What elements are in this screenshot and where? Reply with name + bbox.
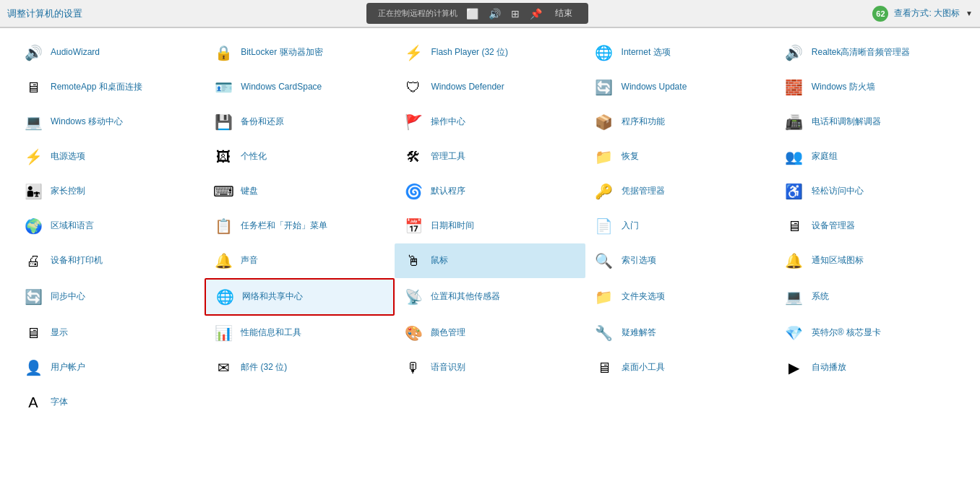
defender-icon: 🛡 — [402, 76, 425, 99]
item-notification-icons[interactable]: 🔔通知区域图标 — [775, 243, 966, 278]
mouse-label: 鼠标 — [431, 255, 448, 267]
item-phone-modem[interactable]: 📠电话和调制解调器 — [775, 105, 966, 139]
item-recovery[interactable]: 📁恢复 — [585, 139, 775, 174]
item-firewall[interactable]: 🧱Windows 防火墙 — [775, 70, 966, 105]
item-keyboard[interactable]: ⌨键盘 — [205, 174, 395, 209]
item-parental[interactable]: 👨‍👧家长控制 — [14, 174, 205, 209]
mobility-icon: 💻 — [22, 111, 45, 134]
search-label: 索引选项 — [622, 255, 656, 267]
item-windows-update[interactable]: 🔄Windows Update — [585, 70, 775, 105]
item-sync[interactable]: 🔄同步中心 — [14, 278, 205, 316]
item-desktop-gadgets[interactable]: 🖥桌面小工具 — [585, 350, 775, 385]
item-credential-manager[interactable]: 🔑凭据管理器 — [585, 174, 775, 209]
item-audiowizard[interactable]: 🔊AudioWizard — [14, 35, 205, 70]
item-homegroup[interactable]: 👥家庭组 — [775, 139, 966, 174]
item-backup[interactable]: 💾备份和还原 — [205, 105, 395, 139]
bitlocker-icon: 🔒 — [212, 41, 235, 64]
item-device-manager[interactable]: 🖥设备管理器 — [775, 209, 966, 243]
item-cardspace[interactable]: 🪪Windows CardSpace — [205, 70, 395, 105]
item-internet-options[interactable]: 🌐Internet 选项 — [585, 35, 775, 70]
item-flashplayer[interactable]: ⚡Flash Player (32 位) — [395, 35, 585, 70]
item-mobility[interactable]: 💻Windows 移动中心 — [14, 105, 205, 139]
control-icons: ⬜ 🔊 ⊞ 📌 — [466, 8, 542, 20]
windows-update-label: Windows Update — [622, 82, 687, 93]
display-label: 显示 — [51, 327, 68, 339]
remoteapp-icon: 🖥 — [22, 76, 45, 99]
item-color-mgmt[interactable]: 🎨颜色管理 — [395, 316, 585, 350]
item-bitlocker[interactable]: 🔒BitLocker 驱动器加密 — [205, 35, 395, 70]
item-programs[interactable]: 📦程序和功能 — [585, 105, 775, 139]
end-button[interactable]: 结束 — [551, 6, 577, 21]
item-taskbar-start[interactable]: 📋任务栏和「开始」菜单 — [205, 209, 395, 243]
control-panel-content: 🔊AudioWizard🔒BitLocker 驱动器加密⚡Flash Playe… — [0, 28, 980, 497]
item-display[interactable]: 🖥显示 — [14, 316, 205, 350]
item-personalize[interactable]: 🖼个性化 — [205, 139, 395, 174]
item-font[interactable]: A字体 — [14, 385, 205, 420]
user-accounts-label: 用户帐户 — [51, 362, 85, 373]
internet-options-icon: 🌐 — [593, 41, 616, 64]
getting-started-label: 入门 — [622, 220, 639, 232]
item-action-center[interactable]: 🚩操作中心 — [395, 105, 585, 139]
device-manager-label: 设备管理器 — [812, 220, 855, 232]
backup-icon: 💾 — [212, 111, 235, 134]
item-ease-of-access[interactable]: ♿轻松访问中心 — [775, 174, 966, 209]
system-icon: 💻 — [783, 285, 806, 308]
mobility-label: Windows 移动中心 — [51, 116, 123, 128]
item-mouse[interactable]: 🖱鼠标 — [395, 243, 585, 278]
item-datetime[interactable]: 📅日期和时间 — [395, 209, 585, 243]
item-speech[interactable]: 🎙语音识别 — [395, 350, 585, 385]
audiowizard-icon: 🔊 — [22, 41, 45, 64]
programs-icon: 📦 — [593, 111, 616, 134]
item-location[interactable]: 📡位置和其他传感器 — [395, 278, 585, 316]
item-user-accounts[interactable]: 👤用户帐户 — [14, 350, 205, 385]
autoplay-icon: ▶ — [783, 356, 806, 379]
item-folder-options[interactable]: 📁文件夹选项 — [585, 278, 775, 316]
item-system[interactable]: 💻系统 — [775, 278, 966, 316]
fit-icon[interactable]: ⊞ — [511, 8, 520, 20]
homegroup-icon: 👥 — [783, 145, 806, 168]
keyboard-icon: ⌨ — [212, 180, 235, 203]
keyboard-label: 键盘 — [241, 186, 258, 197]
item-remoteapp[interactable]: 🖥RemoteApp 和桌面连接 — [14, 70, 205, 105]
item-getting-started[interactable]: 📄入门 — [585, 209, 775, 243]
dropdown-arrow[interactable]: ▼ — [966, 9, 973, 17]
item-search[interactable]: 🔍索引选项 — [585, 243, 775, 278]
action-center-label: 操作中心 — [431, 116, 465, 128]
volume-icon[interactable]: 🔊 — [489, 8, 501, 20]
programs-label: 程序和功能 — [622, 116, 665, 128]
item-autoplay[interactable]: ▶自动播放 — [775, 350, 966, 385]
item-mail[interactable]: ✉邮件 (32 位) — [205, 350, 395, 385]
personalize-icon: 🖼 — [212, 145, 235, 168]
item-default-programs[interactable]: 🌀默认程序 — [395, 174, 585, 209]
item-realtek[interactable]: 🔊Realtek高清晰音频管理器 — [775, 35, 966, 70]
performance-label: 性能信息和工具 — [241, 327, 301, 339]
item-devices[interactable]: 🖨设备和打印机 — [14, 243, 205, 278]
windows-update-icon: 🔄 — [593, 76, 616, 99]
item-region[interactable]: 🌍区域和语言 — [14, 209, 205, 243]
defender-label: Windows Defender — [431, 82, 504, 93]
phone-modem-label: 电话和调制解调器 — [812, 116, 881, 128]
item-intel-graphics[interactable]: 💎英特尔® 核芯显卡 — [775, 316, 966, 350]
ease-of-access-label: 轻松访问中心 — [812, 186, 864, 197]
sound-label: 声音 — [241, 255, 258, 267]
mail-icon: ✉ — [212, 356, 235, 379]
pin-icon[interactable]: 📌 — [530, 8, 542, 20]
action-center-icon: 🚩 — [402, 111, 425, 134]
item-defender[interactable]: 🛡Windows Defender — [395, 70, 585, 105]
audiowizard-label: AudioWizard — [51, 47, 100, 59]
intel-graphics-icon: 💎 — [783, 321, 806, 345]
screen-icon[interactable]: ⬜ — [466, 8, 478, 20]
search-icon: 🔍 — [593, 249, 616, 272]
recovery-icon: 📁 — [593, 145, 616, 168]
region-icon: 🌍 — [22, 215, 45, 238]
view-toggle[interactable]: 查看方式: 大图标 — [894, 7, 960, 20]
datetime-label: 日期和时间 — [431, 220, 474, 232]
item-power[interactable]: ⚡电源选项 — [14, 139, 205, 174]
item-network[interactable]: 🌐网络和共享中心 — [205, 278, 395, 316]
font-icon: A — [22, 391, 45, 414]
network-label: 网络和共享中心 — [242, 291, 303, 303]
item-performance[interactable]: 📊性能信息和工具 — [205, 316, 395, 350]
item-sound[interactable]: 🔔声音 — [205, 243, 395, 278]
item-troubleshoot[interactable]: 🔧疑难解答 — [585, 316, 775, 350]
item-admin-tools[interactable]: 🛠管理工具 — [395, 139, 585, 174]
